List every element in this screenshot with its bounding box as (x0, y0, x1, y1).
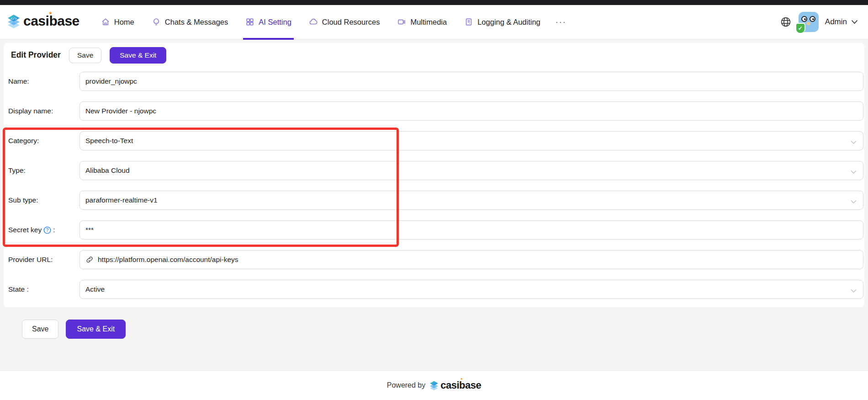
select-chevron-icon (851, 287, 857, 295)
nav-item-home[interactable]: Home (92, 5, 143, 39)
footer-logo-text: casibase (440, 379, 481, 391)
display-name-input[interactable] (79, 101, 863, 121)
display-name-input-value[interactable] (85, 107, 857, 115)
casibase-logo-text: casibase (23, 13, 79, 29)
nav-item-ai-setting[interactable]: AI Setting (237, 5, 300, 39)
cloud-icon (309, 17, 318, 27)
footer-logo-icon (429, 380, 439, 390)
form-row-name: Name: (8, 72, 863, 91)
nav-item-label: Cloud Resources (322, 18, 380, 27)
save-button-bottom[interactable]: Save (22, 320, 58, 339)
avatar[interactable]: ✓ (799, 12, 819, 32)
secret-key-input-value[interactable] (85, 226, 857, 234)
casibase-logo-icon: </> (6, 14, 21, 30)
sub-type-selected-value: paraformer-realtime-v1 (85, 196, 158, 204)
form-row-state: State : Active (8, 280, 863, 299)
nav-item-label: ··· (556, 17, 566, 27)
save-exit-button-bottom[interactable]: Save & Exit (66, 320, 126, 339)
avatar-snout (806, 22, 810, 25)
type-select[interactable]: Alibaba Cloud (79, 161, 863, 180)
avatar-eye (810, 16, 815, 22)
provider-url-input-value[interactable] (98, 256, 857, 264)
name-input[interactable] (79, 72, 863, 91)
home-icon (101, 17, 110, 27)
app-header: </> casibase ★ Home Chats & Messages (0, 5, 868, 40)
select-chevron-icon (851, 197, 857, 206)
nav-item-label: Multimedia (410, 18, 447, 27)
nav-item-label: Chats & Messages (165, 18, 228, 27)
logo-star-icon: ★ (48, 11, 53, 16)
footer-casibase-logo[interactable]: casibase ★ (429, 379, 481, 391)
state-select[interactable]: Active (79, 280, 863, 299)
save-exit-button-top[interactable]: Save & Exit (110, 47, 166, 64)
powered-by-text: Powered by (387, 381, 426, 389)
nav-item-multimedia[interactable]: Multimedia (388, 5, 455, 39)
video-camera-icon (397, 17, 406, 27)
save-button-top[interactable]: Save (69, 48, 101, 63)
select-chevron-icon (851, 138, 857, 146)
sub-type-select[interactable]: paraformer-realtime-v1 (79, 191, 863, 210)
svg-text:</>: </> (11, 17, 17, 21)
select-chevron-icon (851, 168, 857, 176)
display-name-label: Display name: (8, 107, 79, 115)
form-row-secret-key: Secret key ? : (8, 220, 863, 240)
provider-form: Name: Display name: Category: Speech-to-… (4, 64, 864, 299)
nav-item-chats-messages[interactable]: Chats & Messages (143, 5, 237, 39)
name-label: Name: (8, 77, 79, 85)
form-row-display-name: Display name: (8, 101, 863, 121)
link-icon (85, 256, 94, 264)
type-selected-value: Alibaba Cloud (85, 166, 130, 175)
footer: Powered by casibase ★ (0, 370, 868, 400)
window-top-bar (0, 0, 868, 5)
state-selected-value: Active (85, 285, 105, 293)
secret-key-label-colon: : (53, 226, 55, 234)
type-label: Type: (8, 166, 79, 175)
provider-url-label: Provider URL: (8, 256, 79, 264)
nav-overflow-ellipsis[interactable]: ··· (549, 5, 573, 39)
secret-key-label: Secret key ? : (8, 226, 79, 234)
nav-item-label: Home (114, 18, 134, 27)
sub-type-label: Sub type: (8, 196, 79, 204)
nav-item-logging-auditing[interactable]: Logging & Auditing (455, 5, 549, 39)
toolbar: Edit Provider Save Save & Exit (4, 43, 864, 64)
form-row-sub-type: Sub type: paraformer-realtime-v1 (8, 191, 863, 210)
svg-text:?: ? (46, 228, 49, 233)
header-right-cluster: ✓ Admin (779, 12, 858, 32)
form-row-provider-url: Provider URL: (8, 250, 863, 269)
category-select[interactable]: Speech-to-Text (79, 131, 863, 150)
category-selected-value: Speech-to-Text (85, 137, 133, 145)
avatar-eye (801, 16, 807, 22)
nav-item-cloud-resources[interactable]: Cloud Resources (300, 5, 389, 39)
language-globe-icon[interactable] (779, 16, 792, 28)
category-label: Category: (8, 137, 79, 145)
nav-item-label: Logging & Auditing (477, 18, 540, 27)
state-label: State : (8, 285, 79, 293)
help-question-icon[interactable]: ? (43, 226, 51, 234)
bulb-icon (152, 17, 161, 27)
admin-username: Admin (825, 17, 847, 27)
secret-key-input[interactable] (79, 220, 863, 240)
edit-provider-panel: Edit Provider Save Save & Exit Name: Dis… (4, 43, 864, 307)
chevron-down-icon (851, 18, 858, 26)
main-nav: Home Chats & Messages AI Setting (92, 5, 573, 39)
audit-icon (464, 17, 473, 27)
form-row-type: Type: Alibaba Cloud (8, 161, 863, 180)
appstore-grid-icon (245, 17, 254, 27)
form-row-category: Category: Speech-to-Text (8, 131, 863, 150)
footer-logo-star-icon: ★ (460, 377, 463, 381)
casibase-logo[interactable]: </> casibase ★ (6, 14, 79, 30)
secret-key-label-text: Secret key (8, 226, 42, 234)
page-title: Edit Provider (11, 50, 61, 60)
provider-url-input[interactable] (79, 250, 863, 269)
bottom-actions: Save Save & Exit (22, 320, 126, 339)
name-input-value[interactable] (85, 77, 857, 85)
admin-menu[interactable]: Admin (825, 17, 858, 27)
shield-check-icon: ✓ (795, 23, 805, 34)
nav-item-label: AI Setting (259, 18, 291, 27)
